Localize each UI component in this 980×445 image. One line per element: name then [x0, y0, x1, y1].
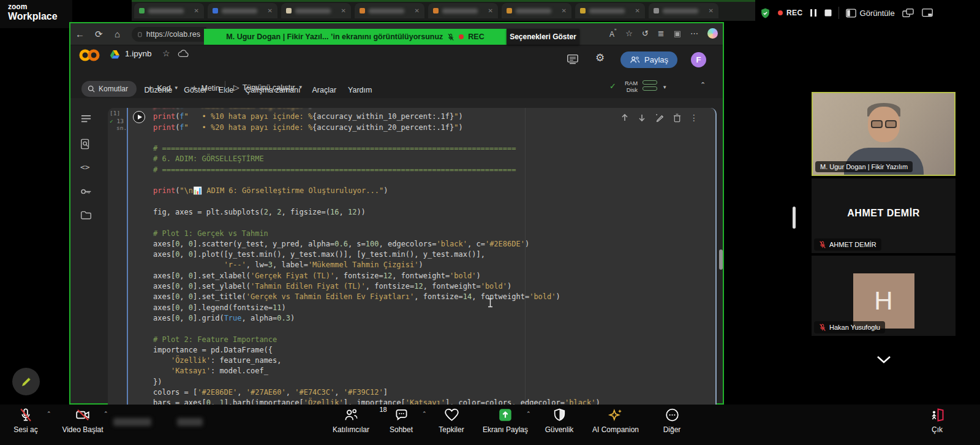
share-button[interactable]: Ekranı Paylaş⌃: [476, 406, 535, 434]
read-aloud-icon[interactable]: A”: [609, 28, 616, 39]
code-line[interactable]: 'Özellik': feature_names,: [153, 356, 600, 366]
unmute-button[interactable]: Sesi aç⌃: [0, 406, 55, 434]
code-line[interactable]: # Plot 2: Feature Importance: [153, 335, 600, 345]
menu-item-3[interactable]: Ekle: [219, 86, 233, 94]
find-replace-icon[interactable]: [80, 139, 91, 150]
tab-close-icon[interactable]: ✕: [341, 7, 346, 14]
code-line[interactable]: axes[0, 0].grid(True, alpha=0.3): [153, 313, 600, 324]
delete-cell-icon[interactable]: [673, 113, 681, 123]
edit-cell-icon[interactable]: [655, 113, 665, 123]
account-avatar[interactable]: F: [691, 52, 706, 67]
chevron-up-icon[interactable]: ⌃: [104, 411, 108, 417]
code-line[interactable]: # Plot 1: Gerçek vs Tahmin: [153, 229, 600, 239]
annotate-pencil-button[interactable]: [12, 368, 40, 395]
address-bar[interactable]: https://colab.res: [132, 27, 206, 42]
run-all-button[interactable]: ▷ Tümünü çalıştır ▼: [233, 83, 303, 92]
tab-close-icon[interactable]: ✕: [635, 7, 640, 14]
browser-tab[interactable]: ✕: [281, 3, 351, 18]
tab-close-icon[interactable]: ✕: [194, 7, 199, 14]
code-line[interactable]: 'Katsayı': model.coef_: [153, 366, 600, 376]
browser-tab[interactable]: ✕: [355, 3, 424, 18]
tab-close-icon[interactable]: ✕: [488, 7, 493, 14]
collapse-toolbar-icon[interactable]: ⌃: [700, 81, 706, 89]
browser-tab[interactable]: ✕: [575, 3, 645, 18]
settings-gear-icon[interactable]: ⚙: [595, 51, 605, 64]
code-line[interactable]: # ======================================…: [153, 143, 600, 154]
commands-button[interactable]: Komutlar: [81, 81, 137, 97]
code-line[interactable]: axes[0, 0].legend(fontsize=11): [153, 303, 600, 313]
participant-tile-video-off[interactable]: AHMET DEMİR AHMET DEMİR: [812, 178, 956, 253]
browser-tab[interactable]: ✕: [134, 3, 204, 18]
collections-icon[interactable]: ≣: [658, 29, 665, 38]
ai-button[interactable]: AI Companion: [586, 406, 645, 434]
code-line[interactable]: # ======================================…: [153, 165, 600, 175]
more-participants-chevron[interactable]: [875, 354, 892, 365]
code-line[interactable]: print(f" • %10 hata payı içinde: %{accur…: [153, 112, 600, 122]
favorites-star-icon[interactable]: ☆: [625, 29, 633, 38]
tab-close-icon[interactable]: ✕: [562, 7, 567, 14]
participant-tile-avatar[interactable]: H Hakan Yusufoglu: [812, 256, 956, 336]
code-line[interactable]: axes[0, 0].plot([y_test.min(), y_test.ma…: [153, 249, 600, 260]
fullscreen-window-icon[interactable]: [921, 7, 934, 18]
browser-tab[interactable]: ✕: [649, 3, 718, 18]
code-line[interactable]: print(f" Model tahmin doğruluğu:"): [153, 108, 600, 112]
view-button[interactable]: Görüntüle: [846, 9, 895, 18]
cloud-save-icon[interactable]: [178, 50, 189, 58]
more-button[interactable]: Diğer: [643, 406, 701, 434]
notebook-scrollbar[interactable]: [719, 249, 723, 270]
table-of-contents-icon[interactable]: [80, 114, 92, 124]
code-line[interactable]: fig, axes = plt.subplots(2, 2, figsize=(…: [153, 207, 600, 218]
show-options-button[interactable]: Seçenekleri Göster: [507, 29, 579, 45]
history-icon[interactable]: ↺: [642, 29, 649, 38]
resources-caret-icon[interactable]: ▼: [662, 85, 667, 90]
code-line[interactable]: }): [153, 377, 600, 387]
code-line[interactable]: [153, 175, 600, 186]
code-line[interactable]: axes[0, 0].scatter(y_test, y_pred, alpha…: [153, 239, 600, 249]
code-line[interactable]: colors = ['#2E86DE', '#27AE60', '#E74C3C…: [153, 387, 600, 398]
code-line[interactable]: 'r--', lw=3, label='Mükemmel Tahmin Çizg…: [153, 260, 600, 270]
code-line[interactable]: axes[0, 0].set_title('Gerçek vs Tahmin E…: [153, 292, 600, 302]
browser-menu-icon[interactable]: ⋯: [690, 29, 698, 38]
tab-close-icon[interactable]: ✕: [709, 7, 714, 14]
leave-meeting-button[interactable]: Çık: [908, 406, 967, 434]
code-editor[interactable]: print(f" Model tahmin doğruluğu:")print(…: [153, 108, 600, 405]
resources-indicator[interactable]: RAM Disk ▼: [625, 80, 667, 93]
speaker-video-tile[interactable]: M. Ugur Dogan | Fikir Yazılım: [812, 92, 956, 176]
pause-recording-button[interactable]: [810, 9, 818, 17]
code-snippets-icon[interactable]: <>: [80, 162, 90, 172]
security-button[interactable]: Güvenlik: [530, 406, 589, 434]
menu-item-5[interactable]: Araçlar: [312, 86, 336, 94]
share-notebook-button[interactable]: Paylaş: [620, 51, 677, 68]
video-button[interactable]: Video Başlat⌃: [53, 406, 112, 434]
code-line[interactable]: [153, 324, 600, 334]
code-line[interactable]: axes[0, 0].set_ylabel('Tahmin Edilen Fiy…: [153, 281, 600, 292]
menu-item-6[interactable]: Yardım: [348, 86, 372, 94]
colab-logo-icon[interactable]: [78, 48, 100, 63]
chevron-up-icon[interactable]: ⌃: [47, 411, 51, 417]
minimize-window-icon[interactable]: [902, 7, 914, 18]
run-cell-button[interactable]: [133, 111, 145, 123]
move-cell-down-icon[interactable]: [638, 113, 646, 122]
code-line[interactable]: print(f" • %20 hata payı içinde: %{accur…: [153, 123, 600, 133]
back-icon[interactable]: ←: [75, 29, 85, 40]
panel-scrollbar[interactable]: [793, 207, 796, 229]
code-line[interactable]: [153, 197, 600, 207]
star-rating-icon[interactable]: ☆: [162, 48, 170, 58]
stop-recording-button[interactable]: [824, 9, 832, 17]
browser-tab[interactable]: ✕: [502, 3, 571, 18]
code-line[interactable]: importance = pd.DataFrame({: [153, 345, 600, 356]
cell-more-options-icon[interactable]: ⋮: [690, 113, 698, 123]
code-line[interactable]: print("\n📊 ADIM 6: Görselleştirme Oluştu…: [153, 186, 600, 196]
reload-icon[interactable]: ⟳: [95, 29, 103, 40]
comments-icon[interactable]: [567, 54, 579, 65]
browser-tab[interactable]: ✕: [208, 3, 277, 18]
code-line[interactable]: bars = axes[0, 1].barh(importance['Özell…: [153, 398, 600, 405]
copilot-icon[interactable]: [707, 28, 718, 39]
home-icon[interactable]: ⌂: [115, 29, 120, 40]
secrets-key-icon[interactable]: [80, 186, 92, 197]
code-cell[interactable]: [1] ✓ 13 sn. print(f" Model tahmin doğru…: [108, 108, 717, 405]
move-cell-up-icon[interactable]: [620, 113, 629, 122]
tab-close-icon[interactable]: ✕: [268, 7, 273, 14]
extensions-icon[interactable]: ▣: [674, 29, 681, 38]
code-line[interactable]: # 6. ADIM: GÖRSELLEŞTİRME: [153, 154, 600, 164]
